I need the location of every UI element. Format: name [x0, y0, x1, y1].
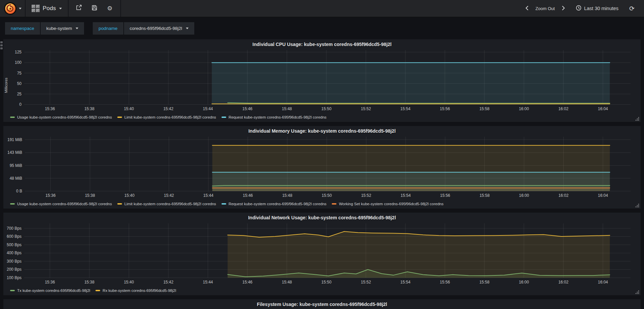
legend-item[interactable]: Rx kube-system coredns-695f96dcd5-98j2l	[95, 289, 176, 293]
chart-canvas: 15:3615:3815:4015:4215:4415:4615:4815:50…	[3, 221, 641, 287]
variable-podname: podname coredns-695f96dcd5-98j2l	[93, 22, 194, 35]
dropdown-caret-icon	[59, 8, 62, 9]
settings-button[interactable]: ⚙	[103, 0, 117, 17]
svg-text:400 Bps: 400 Bps	[7, 251, 22, 255]
chevron-right-icon	[562, 5, 565, 12]
svg-text:15:48: 15:48	[282, 106, 292, 111]
svg-text:15:44: 15:44	[203, 193, 213, 198]
svg-text:15:52: 15:52	[361, 280, 371, 284]
legend-item[interactable]: Usage kube-system coredns-695f96dcd5-98j…	[10, 202, 112, 206]
svg-text:0 B: 0 B	[16, 189, 22, 193]
cpu-usage-chart[interactable]: 15:3615:3815:4015:4215:4415:4615:4815:50…	[9, 48, 641, 114]
svg-text:15:44: 15:44	[203, 280, 213, 284]
legend-swatch-icon	[10, 203, 15, 205]
time-range-picker[interactable]: Last 30 minutes	[572, 0, 622, 17]
svg-text:75: 75	[17, 71, 22, 76]
time-controls: Zoom Out Last 30 minutes ⟳	[522, 0, 644, 17]
panel-resize-handle[interactable]	[635, 290, 640, 295]
dashboard-title: Pods	[43, 5, 56, 12]
legend-swatch-icon	[95, 290, 100, 291]
variable-podname-label: podname	[93, 22, 123, 35]
svg-text:16:02: 16:02	[558, 106, 568, 111]
row-drag-handle[interactable]	[0, 41, 3, 49]
legend-item[interactable]: Request kube-system coredns-695f96dcd5-9…	[222, 115, 327, 119]
svg-text:15:38: 15:38	[84, 280, 94, 284]
legend-swatch-icon	[332, 203, 336, 205]
svg-text:15:54: 15:54	[401, 193, 411, 198]
legend-item[interactable]: Request kube-system coredns-695f96dcd5-9…	[222, 202, 327, 206]
svg-text:125: 125	[15, 50, 22, 54]
save-icon	[92, 5, 97, 12]
legend-item[interactable]: Working Set kube-system coredns-695f96dc…	[332, 202, 443, 206]
svg-text:15:42: 15:42	[163, 280, 173, 284]
zoom-out-label: Zoom Out	[535, 6, 555, 11]
cpu-legend: Usage kube-system coredns-695f96dcd5-98j…	[3, 114, 641, 121]
panel-title[interactable]: Individual Memory Usage: kube-system cor…	[3, 127, 641, 135]
panel-title[interactable]: Individual Network Usage: kube-system co…	[3, 214, 641, 221]
dropdown-caret-icon	[76, 28, 78, 29]
legend-label: Usage kube-system coredns-695f96dcd5-98j…	[17, 202, 112, 206]
legend-swatch-icon	[10, 290, 15, 291]
clock-icon	[576, 5, 581, 12]
memory-legend: Usage kube-system coredns-695f96dcd5-98j…	[3, 201, 641, 207]
svg-text:0: 0	[19, 102, 22, 107]
svg-text:50: 50	[17, 81, 22, 86]
svg-text:15:46: 15:46	[243, 193, 253, 198]
panel-resize-handle[interactable]	[635, 116, 640, 121]
variable-namespace-value[interactable]: kube-system	[41, 22, 84, 35]
chart-canvas: 15:3615:3815:4015:4215:4415:4615:4815:50…	[3, 135, 641, 201]
svg-text:16:02: 16:02	[558, 193, 568, 198]
panel-title[interactable]: Filesystem Usage: kube-system coredns-69…	[3, 301, 641, 308]
refresh-button[interactable]: ⟳	[626, 0, 638, 17]
panel-filesystem: Filesystem Usage: kube-system coredns-69…	[3, 299, 641, 309]
chevron-left-icon	[525, 5, 529, 12]
grafana-logo-icon	[4, 2, 16, 15]
svg-text:15:42: 15:42	[163, 106, 173, 111]
gear-icon: ⚙	[107, 5, 112, 12]
share-icon	[76, 5, 82, 12]
legend-swatch-icon	[222, 203, 226, 205]
variable-namespace-label: namespace	[5, 22, 40, 35]
zoom-out-button[interactable]: Zoom Out	[532, 0, 558, 17]
time-shift-back-button[interactable]	[522, 0, 532, 17]
svg-text:95 MiB: 95 MiB	[10, 163, 22, 168]
svg-text:16:00: 16:00	[519, 106, 529, 111]
network-usage-chart[interactable]: 15:3615:3815:4015:4215:4415:4615:4815:50…	[3, 221, 641, 287]
svg-text:100 Bps: 100 Bps	[7, 275, 22, 280]
time-range-label: Last 30 minutes	[584, 6, 618, 11]
svg-text:15:48: 15:48	[282, 193, 292, 198]
y-axis-unit-label: Millicores	[3, 48, 9, 114]
panel-resize-handle[interactable]	[635, 203, 640, 208]
svg-text:15:36: 15:36	[45, 106, 55, 111]
legend-swatch-icon	[222, 117, 226, 118]
legend-label: Rx kube-system coredns-695f96dcd5-98j2l	[103, 289, 176, 293]
svg-text:143 MiB: 143 MiB	[7, 150, 22, 155]
dashboard-grid-icon	[32, 5, 40, 12]
dashboard-picker[interactable]: Pods	[26, 0, 69, 17]
legend-item[interactable]: Tx kube-system coredns-695f96dcd5-98j2l	[10, 289, 90, 293]
grafana-main-menu[interactable]	[0, 0, 26, 17]
legend-item[interactable]: Usage kube-system coredns-695f96dcd5-98j…	[10, 115, 112, 119]
save-button[interactable]	[87, 0, 102, 17]
variable-namespace-current: kube-system	[46, 26, 72, 31]
svg-text:15:38: 15:38	[84, 106, 94, 111]
svg-text:15:52: 15:52	[361, 106, 371, 111]
share-button[interactable]	[72, 0, 86, 17]
time-shift-forward-button[interactable]	[558, 0, 568, 17]
svg-text:25: 25	[17, 92, 22, 96]
svg-text:15:52: 15:52	[361, 193, 371, 198]
panel-title[interactable]: Individual CPU Usage: kube-system coredn…	[3, 41, 641, 48]
dashboard-actions: ⚙	[69, 0, 121, 17]
svg-text:15:50: 15:50	[321, 106, 331, 111]
memory-usage-chart[interactable]: 15:3615:3815:4015:4215:4415:4615:4815:50…	[3, 135, 641, 201]
svg-text:16:04: 16:04	[598, 106, 608, 111]
svg-text:15:58: 15:58	[480, 193, 490, 198]
svg-text:15:44: 15:44	[203, 106, 213, 111]
svg-text:15:48: 15:48	[282, 280, 292, 284]
svg-text:16:04: 16:04	[598, 193, 608, 198]
variable-podname-value[interactable]: coredns-695f96dcd5-98j2l	[124, 22, 194, 35]
legend-item[interactable]: Limit kube-system coredns-695f96dcd5-98j…	[117, 202, 216, 206]
svg-text:16:02: 16:02	[558, 280, 568, 284]
legend-item[interactable]: Limit kube-system coredns-695f96dcd5-98j…	[117, 115, 216, 119]
legend-label: Request kube-system coredns-695f96dcd5-9…	[229, 202, 327, 206]
